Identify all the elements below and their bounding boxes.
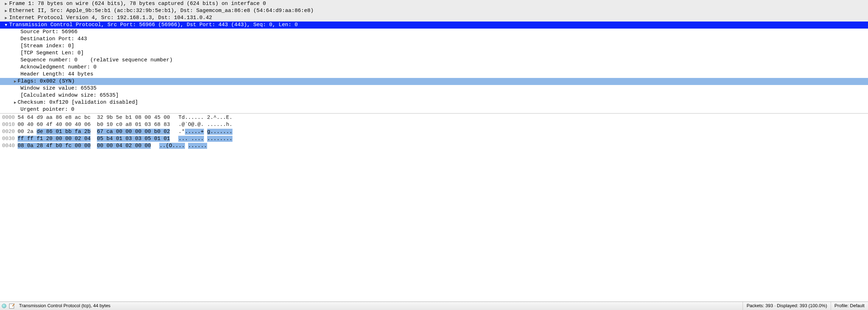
status-text: Profile: Default bbox=[835, 303, 864, 309]
hex-row[interactable]: 000054 64 d9 aa 86 e8 ac bc 32 9b 5e b1 … bbox=[2, 114, 868, 121]
expand-icon[interactable]: ▶ bbox=[13, 79, 18, 84]
field-label: Urgent pointer: 0 bbox=[20, 106, 74, 113]
field-label: Sequence number: 0 (relative sequence nu… bbox=[20, 57, 173, 64]
field-label: Header Length: 44 bytes bbox=[20, 71, 93, 78]
tree-tcp[interactable]: ▼ Transmission Control Protocol, Src Por… bbox=[0, 22, 868, 29]
hex-bytes: 08 0a 28 4f b0 fc 00 00 00 00 04 02 00 0… bbox=[18, 142, 151, 150]
tcp-window-size[interactable]: Window size value: 65535 bbox=[0, 85, 868, 92]
tcp-header-length[interactable]: Header Length: 44 bytes bbox=[0, 71, 868, 78]
tree-label: Ethernet II, Src: Apple_9b:5e:b1 (ac:bc:… bbox=[8, 7, 314, 14]
tcp-ack-number[interactable]: Acknowledgment number: 0 bbox=[0, 64, 868, 71]
tcp-urgent-pointer[interactable]: Urgent pointer: 0 bbox=[0, 106, 868, 113]
packet-bytes-pane[interactable]: 000054 64 d9 aa 86 e8 ac bc 32 9b 5e b1 … bbox=[0, 114, 868, 302]
pencil-icon bbox=[9, 304, 14, 309]
tree-ethernet[interactable]: ▶ Ethernet II, Src: Apple_9b:5e:b1 (ac:b… bbox=[0, 7, 868, 14]
tcp-seq-number[interactable]: Sequence number: 0 (relative sequence nu… bbox=[0, 57, 868, 64]
tcp-source-port[interactable]: Source Port: 56966 bbox=[0, 29, 868, 36]
tree-ip[interactable]: ▶ Internet Protocol Version 4, Src: 192.… bbox=[0, 14, 868, 22]
field-label: [TCP Segment Len: 0] bbox=[20, 50, 84, 57]
tree-frame[interactable]: ▶ Frame 1: 78 bytes on wire (624 bits), … bbox=[0, 0, 868, 7]
field-label: Source Port: 56966 bbox=[20, 29, 78, 36]
tree-label: Internet Protocol Version 4, Src: 192.16… bbox=[8, 14, 212, 22]
hex-bytes: 00 40 60 4f 40 00 40 06 b0 10 c0 a8 01 0… bbox=[18, 121, 170, 128]
expand-icon[interactable]: ▶ bbox=[4, 16, 8, 20]
hex-ascii: .@`O@.@. ......h. bbox=[170, 121, 232, 128]
hex-bytes: ff ff f1 20 00 00 02 04 05 b4 01 03 03 0… bbox=[18, 135, 170, 142]
tree-label: Transmission Control Protocol, Src Port:… bbox=[8, 22, 298, 29]
status-protocol[interactable]: Transmission Control Protocol (tcp), 44 … bbox=[16, 302, 743, 310]
hex-ascii: ..(O.... ...... bbox=[151, 142, 207, 150]
field-label: Destination Port: 443 bbox=[20, 36, 87, 43]
tcp-dest-port[interactable]: Destination Port: 443 bbox=[0, 36, 868, 43]
hex-row[interactable]: 002000 2a de 86 01 bb fa 2b 67 ca 00 00 … bbox=[2, 128, 868, 135]
tcp-stream-index[interactable]: [Stream index: 0] bbox=[0, 43, 868, 50]
expand-icon[interactable]: ▶ bbox=[4, 1, 8, 6]
hex-row[interactable]: 0030ff ff f1 20 00 00 02 04 05 b4 01 03 … bbox=[2, 135, 868, 142]
status-text: Packets: 393 · Displayed: 393 (100.0%) bbox=[746, 303, 827, 309]
field-label: [Calculated window size: 65535] bbox=[20, 92, 119, 99]
edit-button[interactable] bbox=[8, 302, 16, 310]
tcp-checksum[interactable]: ▶ Checksum: 0xf120 [validation disabled] bbox=[0, 99, 868, 106]
tcp-segment-len[interactable]: [TCP Segment Len: 0] bbox=[0, 50, 868, 57]
packet-details-pane[interactable]: ▶ Frame 1: 78 bytes on wire (624 bits), … bbox=[0, 0, 868, 114]
field-label: [Stream index: 0] bbox=[20, 43, 74, 50]
expand-icon[interactable]: ▶ bbox=[4, 8, 8, 13]
hex-row[interactable]: 004008 0a 28 4f b0 fc 00 00 00 00 04 02 … bbox=[2, 142, 868, 150]
wireshark-window: ▶ Frame 1: 78 bytes on wire (624 bits), … bbox=[0, 0, 868, 310]
tcp-calc-window[interactable]: [Calculated window size: 65535] bbox=[0, 92, 868, 99]
status-profile[interactable]: Profile: Default bbox=[831, 302, 868, 310]
hex-offset: 0000 bbox=[2, 114, 18, 121]
status-bar: Transmission Control Protocol (tcp), 44 … bbox=[0, 302, 868, 310]
hex-ascii: ... .... ........ bbox=[170, 135, 232, 142]
circle-icon bbox=[2, 304, 6, 308]
tcp-flags[interactable]: ▶ Flags: 0x002 (SYN) bbox=[0, 78, 868, 85]
hex-offset: 0030 bbox=[2, 135, 18, 142]
field-label: Checksum: 0xf120 [validation disabled] bbox=[18, 99, 138, 106]
hex-bytes: 00 2a de 86 01 bb fa 2b 67 ca 00 00 00 0… bbox=[18, 128, 170, 135]
hex-offset: 0010 bbox=[2, 121, 18, 128]
hex-offset: 0020 bbox=[2, 128, 18, 135]
expert-info-button[interactable] bbox=[0, 302, 8, 310]
hex-ascii: .*.....+ g....... bbox=[170, 128, 232, 135]
expand-icon[interactable]: ▶ bbox=[13, 100, 18, 105]
tree-label: Frame 1: 78 bytes on wire (624 bits), 78… bbox=[8, 0, 266, 7]
field-label: Window size value: 65535 bbox=[20, 85, 97, 92]
hex-ascii: Td...... 2.^...E. bbox=[170, 114, 232, 121]
status-text: Transmission Control Protocol (tcp), 44 … bbox=[19, 303, 111, 309]
field-label: Acknowledgment number: 0 bbox=[20, 64, 97, 71]
field-label: Flags: 0x002 (SYN) bbox=[18, 78, 75, 85]
collapse-icon[interactable]: ▼ bbox=[4, 23, 8, 28]
tcp-children: Source Port: 56966 Destination Port: 443… bbox=[0, 29, 868, 113]
status-packets[interactable]: Packets: 393 · Displayed: 393 (100.0%) bbox=[743, 302, 830, 310]
hex-offset: 0040 bbox=[2, 142, 18, 150]
hex-bytes: 54 64 d9 aa 86 e8 ac bc 32 9b 5e b1 08 0… bbox=[18, 114, 170, 121]
hex-row[interactable]: 001000 40 60 4f 40 00 40 06 b0 10 c0 a8 … bbox=[2, 121, 868, 128]
